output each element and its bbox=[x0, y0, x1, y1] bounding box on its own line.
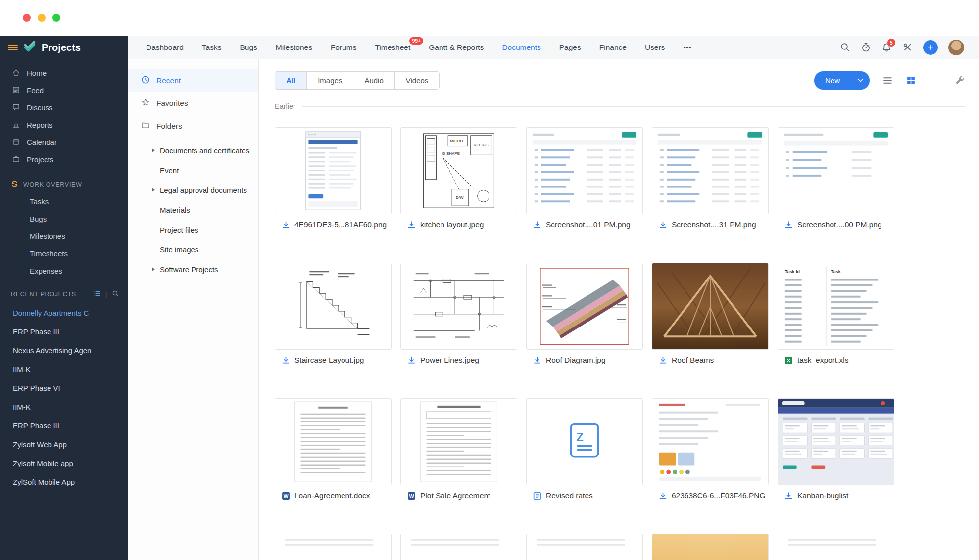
file-name[interactable]: 623638C6-6...F03F46.PNG bbox=[652, 491, 769, 500]
nav-tab-bugs[interactable]: Bugs bbox=[240, 43, 257, 52]
file-thumbnail[interactable] bbox=[778, 127, 894, 214]
chevron-right-icon[interactable] bbox=[152, 267, 155, 271]
recent-project-zylsoft-mobile-app[interactable]: ZylSoft Mobile App bbox=[0, 472, 128, 491]
file-thumbnail[interactable] bbox=[526, 534, 643, 560]
folder-project-files[interactable]: Project files bbox=[128, 220, 258, 239]
file-name[interactable]: Kanban-buglist bbox=[778, 491, 894, 500]
window-minimize-button[interactable] bbox=[38, 14, 46, 22]
file-thumbnail[interactable] bbox=[652, 263, 769, 350]
settings-wrench-icon[interactable] bbox=[955, 75, 965, 86]
file-thumbnail[interactable]: MICRO REFRIG G-SHAPE D/W bbox=[400, 127, 517, 214]
add-button[interactable]: + bbox=[923, 40, 938, 55]
file-name[interactable]: Screenshot....01 PM.png bbox=[526, 220, 643, 229]
avatar[interactable] bbox=[948, 40, 964, 55]
file-name[interactable]: WLoan-Agreement.docx bbox=[275, 491, 392, 500]
file-name[interactable]: 4E961DE3-5...81AF60.png bbox=[275, 220, 392, 229]
file-name[interactable]: Revised rates bbox=[526, 491, 643, 500]
folder-materials[interactable]: Materials bbox=[128, 200, 258, 220]
sidebar-item-projects[interactable]: Projects bbox=[0, 151, 128, 168]
folder-site-images[interactable]: Site images bbox=[128, 239, 258, 259]
docs-view-folders[interactable]: Folders bbox=[128, 115, 258, 138]
file-name[interactable]: Roof Beams bbox=[652, 356, 769, 365]
menu-icon[interactable] bbox=[8, 43, 18, 52]
recent-project-erp-phase-iii[interactable]: ERP Phase III bbox=[0, 322, 128, 341]
file-name[interactable]: Roof Diagram.jpg bbox=[526, 356, 643, 365]
bell-icon[interactable]: 5 bbox=[881, 42, 892, 52]
folder-legal-approval-documents[interactable]: Legal approval documents bbox=[128, 180, 258, 200]
recent-project-erp-phase-iii[interactable]: ERP Phase III bbox=[0, 416, 128, 435]
nav-tab-users[interactable]: Users bbox=[645, 43, 665, 52]
nav-tab-milestones[interactable]: Milestones bbox=[276, 43, 312, 52]
file-name[interactable]: Power Lines.jpeg bbox=[400, 356, 517, 365]
file-thumbnail[interactable] bbox=[526, 127, 643, 214]
window-close-button[interactable] bbox=[23, 14, 31, 22]
file-name[interactable]: task_export.xls bbox=[778, 356, 894, 365]
new-dropdown-button[interactable] bbox=[851, 71, 870, 90]
chevron-right-icon[interactable] bbox=[152, 148, 155, 152]
timer-icon[interactable] bbox=[861, 42, 871, 52]
file-thumbnail[interactable] bbox=[652, 398, 769, 485]
work-overview-item-milestones[interactable]: Milestones bbox=[0, 228, 128, 245]
file-thumbnail[interactable] bbox=[275, 127, 392, 214]
file-thumbnail[interactable] bbox=[652, 127, 769, 214]
list-view-icon[interactable] bbox=[882, 75, 893, 86]
docs-view-favorites[interactable]: Favorites bbox=[128, 92, 258, 115]
file-thumbnail[interactable] bbox=[778, 534, 894, 560]
filter-tab-audio[interactable]: Audio bbox=[353, 72, 394, 89]
file-thumbnail[interactable] bbox=[778, 398, 894, 485]
sidebar-item-home[interactable]: Home bbox=[0, 64, 128, 82]
file-thumbnail[interactable]: Task Id Task bbox=[778, 263, 894, 350]
nav-tab-more[interactable]: ••• bbox=[683, 43, 691, 52]
work-overview-item-timesheets[interactable]: Timesheets bbox=[0, 245, 128, 262]
folder-software-projects[interactable]: Software Projects bbox=[128, 259, 258, 279]
sidebar-item-calendar[interactable]: Calendar bbox=[0, 134, 128, 151]
recent-project-donnelly-apartments-c[interactable]: Donnelly Apartments C bbox=[0, 303, 128, 322]
filter-tab-videos[interactable]: Videos bbox=[394, 72, 440, 89]
project-list-icon[interactable] bbox=[94, 290, 101, 299]
file-thumbnail[interactable] bbox=[526, 263, 643, 350]
recent-project-zylsoft-mobile-app[interactable]: Zylsoft Mobile app bbox=[0, 454, 128, 472]
nav-tab-pages[interactable]: Pages bbox=[559, 43, 581, 52]
file-thumbnail[interactable] bbox=[652, 534, 769, 560]
docs-view-recent[interactable]: Recent bbox=[128, 69, 258, 92]
nav-tab-finance[interactable]: Finance bbox=[599, 43, 627, 52]
nav-tab-documents[interactable]: Documents bbox=[502, 43, 540, 52]
file-name[interactable]: Screenshot....00 PM.png bbox=[778, 220, 894, 229]
file-thumbnail[interactable]: Z bbox=[526, 398, 643, 485]
nav-tab-timesheet[interactable]: Timesheet99+ bbox=[375, 43, 410, 52]
file-name[interactable]: kitchen layout.jpeg bbox=[400, 220, 517, 229]
folder-documents-and-certificates[interactable]: Documents and certificates bbox=[128, 140, 258, 160]
nav-tab-dashboard[interactable]: Dashboard bbox=[146, 43, 184, 52]
file-thumbnail[interactable] bbox=[275, 263, 392, 350]
recent-project-zylsoft-web-app[interactable]: Zylsoft Web App bbox=[0, 435, 128, 454]
recent-project-iim-k[interactable]: IIM-K bbox=[0, 397, 128, 416]
grid-view-icon[interactable] bbox=[906, 75, 916, 86]
work-overview-item-tasks[interactable]: Tasks bbox=[0, 193, 128, 210]
file-name[interactable]: Staircase Layout.jpg bbox=[275, 356, 392, 365]
file-thumbnail[interactable] bbox=[400, 534, 517, 560]
tools-icon[interactable] bbox=[902, 42, 913, 52]
file-thumbnail[interactable] bbox=[400, 398, 517, 485]
chevron-right-icon[interactable] bbox=[152, 188, 155, 192]
sidebar-item-reports[interactable]: Reports bbox=[0, 116, 128, 134]
file-thumbnail[interactable] bbox=[275, 534, 392, 560]
recent-project-nexus-advertising-agen[interactable]: Nexus Advertising Agen bbox=[0, 341, 128, 360]
recent-project-erp-phase-vi[interactable]: ERP Phase VI bbox=[0, 378, 128, 397]
filter-tab-images[interactable]: Images bbox=[306, 72, 353, 89]
file-thumbnail[interactable] bbox=[400, 263, 517, 350]
recent-project-iim-k[interactable]: IIM-K bbox=[0, 360, 128, 378]
search-icon[interactable] bbox=[840, 42, 850, 52]
new-button[interactable]: New bbox=[814, 71, 851, 90]
sidebar-item-feed[interactable]: Feed bbox=[0, 82, 128, 99]
window-zoom-button[interactable] bbox=[52, 14, 60, 22]
work-overview-item-bugs[interactable]: Bugs bbox=[0, 210, 128, 228]
nav-tab-tasks[interactable]: Tasks bbox=[202, 43, 222, 52]
filter-tab-all[interactable]: All bbox=[275, 72, 306, 89]
sidebar-item-discuss[interactable]: Discuss bbox=[0, 99, 128, 116]
nav-tab-forums[interactable]: Forums bbox=[331, 43, 357, 52]
file-thumbnail[interactable] bbox=[275, 398, 392, 485]
file-name[interactable]: WPlot Sale Agreement bbox=[400, 491, 517, 500]
project-search-icon[interactable] bbox=[112, 290, 119, 299]
work-overview-item-expenses[interactable]: Expenses bbox=[0, 262, 128, 280]
nav-tab-gantt-reports[interactable]: Gantt & Reports bbox=[429, 43, 484, 52]
